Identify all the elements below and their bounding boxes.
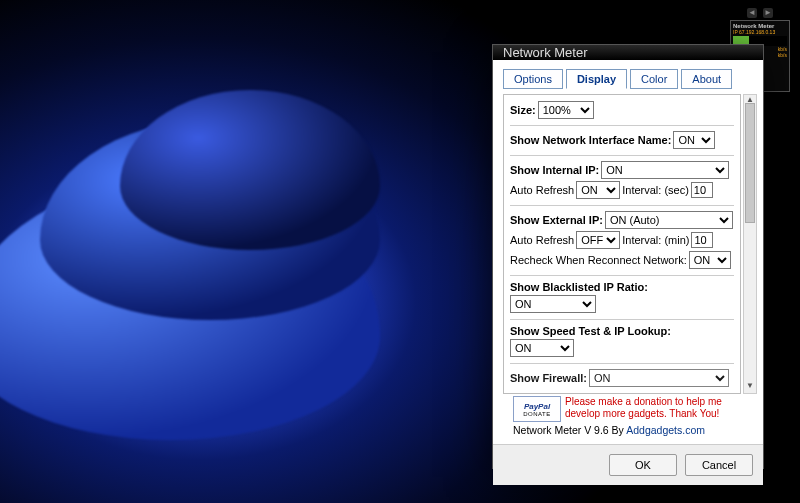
external-interval-label: Interval: (min) xyxy=(622,234,689,246)
show-nic-label: Show Network Interface Name: xyxy=(510,134,671,146)
firewall-label: Show Firewall: xyxy=(510,372,587,384)
byline-link[interactable]: Addgadgets.com xyxy=(626,424,705,436)
blacklisted-select[interactable]: ON xyxy=(510,295,596,313)
show-external-select[interactable]: ON (Auto) xyxy=(605,211,733,229)
recheck-label: Recheck When Reconnect Network: xyxy=(510,254,687,266)
byline-prefix: Network Meter V 9.6 By xyxy=(513,424,626,436)
internal-interval-label: Interval: (sec) xyxy=(622,184,689,196)
wallpaper-petal xyxy=(120,90,380,250)
tab-options[interactable]: Options xyxy=(503,69,563,89)
internal-interval-input[interactable] xyxy=(691,182,713,198)
byline: Network Meter V 9.6 By Addgadgets.com xyxy=(513,424,751,436)
speedtest-label: Show Speed Test & IP Lookup: xyxy=(510,325,671,337)
tab-about[interactable]: About xyxy=(681,69,732,89)
size-label: Size: xyxy=(510,104,536,116)
separator xyxy=(510,155,734,156)
separator xyxy=(510,319,734,320)
gadget-prev-icon[interactable]: ◄ xyxy=(747,8,757,18)
paypal-donate-button[interactable]: PayPal DONATE xyxy=(513,396,561,422)
external-autorefresh-select[interactable]: OFF xyxy=(576,231,620,249)
show-internal-label: Show Internal IP: xyxy=(510,164,599,176)
tab-display[interactable]: Display xyxy=(566,69,627,89)
separator xyxy=(510,125,734,126)
window-title: Network Meter xyxy=(503,45,588,60)
firewall-select[interactable]: ON xyxy=(589,369,729,387)
speedtest-select[interactable]: ON xyxy=(510,339,574,357)
external-autorefresh-label: Auto Refresh xyxy=(510,234,574,246)
gadget-next-icon[interactable]: ► xyxy=(763,8,773,18)
paypal-logo-text: PayPal xyxy=(524,402,550,411)
paypal-donate-text: DONATE xyxy=(523,411,551,417)
dialog-button-bar: OK Cancel xyxy=(493,444,763,485)
internal-autorefresh-select[interactable]: ON xyxy=(576,181,620,199)
donation-message: Please make a donation to help me develo… xyxy=(565,396,751,419)
show-internal-select[interactable]: ON xyxy=(601,161,729,179)
gadget-ip: IP 67.192.168.0.13 xyxy=(733,30,787,36)
ok-button[interactable]: OK xyxy=(609,454,677,476)
window-titlebar[interactable]: Network Meter xyxy=(493,45,763,60)
settings-window: Network Meter Options Display Color Abou… xyxy=(492,44,764,469)
cancel-button[interactable]: Cancel xyxy=(685,454,753,476)
internal-autorefresh-label: Auto Refresh xyxy=(510,184,574,196)
show-external-label: Show External IP: xyxy=(510,214,603,226)
external-interval-input[interactable] xyxy=(691,232,713,248)
blacklisted-label: Show Blacklisted IP Ratio: xyxy=(510,281,648,293)
recheck-select[interactable]: ON xyxy=(689,251,731,269)
separator xyxy=(510,363,734,364)
panel-scrollbar[interactable]: ▲ ▼ xyxy=(743,94,757,394)
tab-strip: Options Display Color About xyxy=(503,68,757,88)
show-nic-select[interactable]: ON xyxy=(673,131,715,149)
display-panel: Size: 100% Show Network Interface Name: … xyxy=(503,94,741,394)
footer: PayPal DONATE Please make a donation to … xyxy=(503,394,757,440)
scroll-down-icon[interactable]: ▼ xyxy=(744,381,756,393)
scroll-thumb[interactable] xyxy=(745,103,755,223)
tab-color[interactable]: Color xyxy=(630,69,678,89)
separator xyxy=(510,275,734,276)
size-select[interactable]: 100% xyxy=(538,101,594,119)
separator xyxy=(510,205,734,206)
